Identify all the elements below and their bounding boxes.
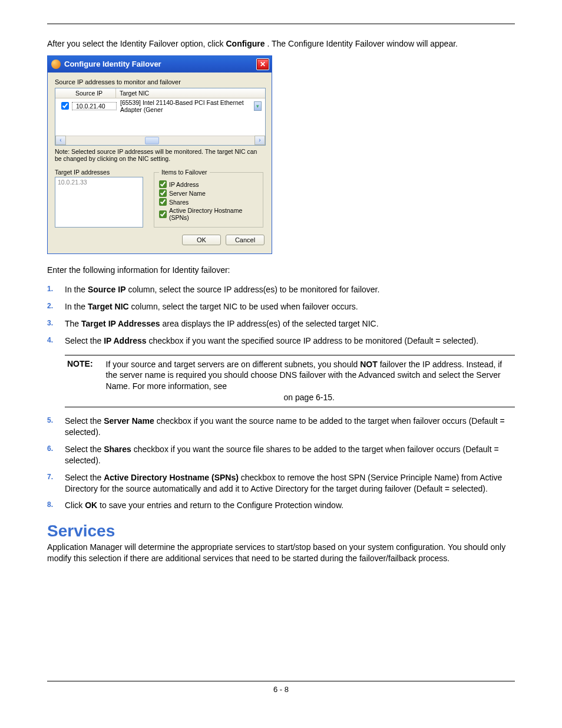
horizontal-scrollbar[interactable]: ‹ › [55, 136, 265, 145]
grid-header: Source IP Target NIC [55, 88, 265, 98]
server-name-checkbox[interactable] [159, 189, 167, 197]
grid-row[interactable]: 10.0.21.40 [65539] Intel 21140-Based PCI… [55, 98, 265, 114]
rule-bottom [47, 681, 515, 681]
dialog-title: Configure Identity Failover [64, 60, 161, 68]
after-dialog-text: Enter the following information for Iden… [47, 265, 515, 276]
dialog-titlebar: Configure Identity Failover ✕ [48, 56, 272, 73]
target-ip-value: 10.0.21.33 [58, 179, 87, 186]
target-ip-listbox[interactable]: 10.0.21.33 [55, 177, 143, 228]
services-heading: Services [47, 522, 515, 541]
step-1: In the Source IP column, select the sour… [47, 284, 515, 295]
note-text: If your source and target servers are on… [106, 359, 513, 404]
page-number: 6 - 8 [47, 685, 515, 711]
row-nic[interactable]: [65539] Intel 21140-Based PCI Fast Ether… [120, 99, 254, 113]
row-ip[interactable]: 10.0.21.40 [72, 102, 117, 110]
items-legend: Items to Failover [159, 169, 210, 176]
close-icon[interactable]: ✕ [256, 58, 269, 70]
intro-text-before: After you select the Identity Failover o… [47, 39, 226, 48]
scroll-thumb[interactable] [145, 137, 159, 144]
grid-note: Note: Selected source IP addresses will … [55, 148, 265, 163]
spns-checkbox[interactable] [159, 210, 167, 218]
step-4: Select the IP Address checkbox if you wa… [47, 335, 515, 347]
scroll-left-icon[interactable]: ‹ [55, 136, 66, 145]
app-icon [51, 60, 61, 69]
items-to-failover-group: Items to Failover IP Address Server Name… [154, 169, 263, 228]
step-5: Select the Server Name checkbox if you w… [47, 416, 515, 438]
step-3: The Target IP Addresses area displays th… [47, 318, 515, 330]
steps-list: In the Source IP column, select the sour… [47, 284, 515, 347]
source-ip-grid[interactable]: Source IP Target NIC 10.0.21.40 [65539] … [55, 88, 266, 146]
row-checkbox[interactable] [61, 102, 69, 110]
ip-address-checkbox[interactable] [159, 180, 167, 188]
cancel-button[interactable]: Cancel [226, 235, 265, 245]
scroll-track[interactable] [66, 136, 254, 145]
steps-list-continued: Select the Server Name checkbox if you w… [47, 416, 515, 511]
step-7: Select the Active Directory Hostname (SP… [47, 472, 515, 495]
col-source-ip: Source IP [72, 88, 116, 98]
intro-text-after: . The Configure Identity Failover window… [267, 39, 457, 48]
col-target-nic: Target NIC [116, 88, 265, 98]
step-6: Select the Shares checkbox if you want t… [47, 444, 515, 466]
intro-paragraph: After you select the Identity Failover o… [47, 38, 515, 50]
shares-checkbox[interactable] [159, 198, 167, 206]
source-caption: Source IP addresses to monitor and failo… [55, 78, 265, 85]
ok-button[interactable]: OK [182, 235, 221, 245]
ip-address-label: IP Address [169, 181, 199, 188]
scroll-right-icon[interactable]: › [254, 136, 265, 145]
spns-label: Active Directory Hostname (SPNs) [169, 207, 258, 221]
shares-label: Shares [169, 199, 189, 206]
target-ip-label: Target IP addresses [55, 169, 143, 176]
server-name-label: Server Name [169, 190, 206, 197]
step-8: Click OK to save your entries and return… [47, 500, 515, 511]
rule-top [47, 24, 515, 24]
intro-bold: Configure [226, 39, 265, 48]
note-label: NOTE: [67, 359, 93, 404]
configure-identity-failover-dialog: Configure Identity Failover ✕ Source IP … [47, 55, 272, 254]
step-2: In the Target NIC column, select the tar… [47, 301, 515, 312]
note-box: NOTE: If your source and target servers … [65, 355, 515, 408]
services-paragraph: Application Manager will determine the a… [47, 542, 515, 564]
chevron-down-icon[interactable]: ▾ [254, 101, 262, 111]
